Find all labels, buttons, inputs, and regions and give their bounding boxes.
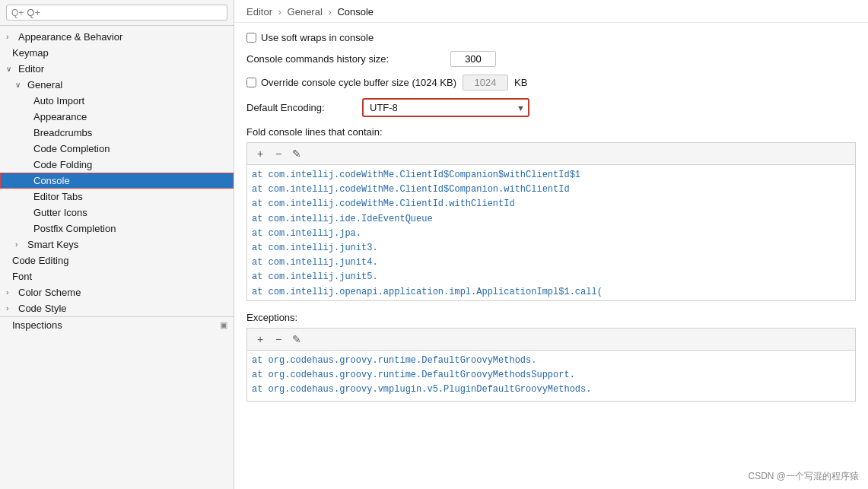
fold-section-title: Fold console lines that contain: xyxy=(246,126,856,138)
sidebar-item-label: Code Editing xyxy=(12,255,68,266)
exception-item-2: at org.codehaus.groovy.vmplugin.v5.Plugi… xyxy=(252,383,851,397)
chevron-right-icon: › xyxy=(6,304,15,313)
sidebar-item-label: Postfix Completion xyxy=(33,223,116,234)
sidebar-item-label: Appearance & Behavior xyxy=(18,31,122,43)
fold-toolbar: + − ✎ xyxy=(246,142,856,164)
exceptions-add-button[interactable]: + xyxy=(252,332,269,347)
sidebar-item-appearance[interactable]: Appearance xyxy=(0,109,234,125)
sidebar-item-code-completion[interactable]: Code Completion xyxy=(0,141,234,157)
soft-wraps-checkbox[interactable] xyxy=(246,33,256,43)
fold-item-7: at com.intellij.junit5. xyxy=(252,270,851,284)
fold-item-2: at com.intellij.codeWithMe.ClientId.with… xyxy=(252,197,851,211)
search-input[interactable] xyxy=(27,7,222,18)
history-size-label: Console commands history size: xyxy=(246,53,444,65)
sidebar-item-label: Color Scheme xyxy=(18,287,81,298)
nav-tree: › Appearance & Behavior Keymap ∨ Editor … xyxy=(0,26,234,489)
sidebar-item-label: Code Style xyxy=(18,303,67,314)
chevron-right-icon: › xyxy=(15,240,24,249)
buffer-unit: KB xyxy=(514,77,527,88)
fold-remove-button[interactable]: − xyxy=(270,146,287,161)
fold-item-3: at com.intellij.ide.IdeEventQueue xyxy=(252,212,851,227)
encoding-select[interactable]: UTF-8 UTF-16 ISO-8859-1 US-ASCII windows… xyxy=(362,98,529,117)
fold-item-5: at com.intellij.junit3. xyxy=(252,241,851,256)
sidebar-item-inspections[interactable]: Inspections ▣ xyxy=(0,316,234,333)
sidebar-item-auto-import[interactable]: Auto Import xyxy=(0,93,234,109)
fold-edit-button[interactable]: ✎ xyxy=(288,146,305,161)
sidebar-item-font[interactable]: Font xyxy=(0,268,234,284)
sidebar-item-label: Editor Tabs xyxy=(33,191,83,202)
sidebar-item-label: Smart Keys xyxy=(27,239,78,250)
soft-wraps-label[interactable]: Use soft wraps in console xyxy=(246,32,374,43)
breadcrumb-sep-1: › xyxy=(278,6,281,17)
sidebar-item-general[interactable]: ∨ General xyxy=(0,77,234,93)
small-square-icon: ▣ xyxy=(220,320,227,330)
breadcrumb-sep-2: › xyxy=(328,6,331,17)
exception-item-0: at org.codehaus.groovy.runtime.DefaultGr… xyxy=(252,354,851,368)
encoding-row: Default Encoding: UTF-8 UTF-16 ISO-8859-… xyxy=(246,98,856,117)
encoding-select-wrapper: UTF-8 UTF-16 ISO-8859-1 US-ASCII windows… xyxy=(362,98,529,117)
sidebar-item-code-folding[interactable]: Code Folding xyxy=(0,157,234,173)
sidebar-item-appearance-behavior[interactable]: › Appearance & Behavior xyxy=(0,29,234,45)
exception-item-1: at org.codehaus.groovy.runtime.DefaultGr… xyxy=(252,368,851,383)
chevron-down-icon: ∨ xyxy=(6,65,15,73)
fold-item-4: at com.intellij.jpa. xyxy=(252,227,851,241)
watermark: CSDN @一个写混的程序猿 xyxy=(748,470,859,483)
sidebar-item-editor[interactable]: ∨ Editor xyxy=(0,61,234,77)
breadcrumb-general: General xyxy=(288,6,323,17)
breadcrumb-console: Console xyxy=(337,6,374,17)
soft-wraps-row: Use soft wraps in console xyxy=(246,32,856,43)
search-icon: Q+ xyxy=(11,8,24,18)
encoding-label: Default Encoding: xyxy=(246,102,353,113)
sidebar-item-color-scheme[interactable]: › Color Scheme xyxy=(0,284,234,300)
sidebar-item-console[interactable]: Console xyxy=(0,173,234,189)
exceptions-edit-button[interactable]: ✎ xyxy=(288,332,305,347)
fold-item-0: at com.intellij.codeWithMe.ClientId$Comp… xyxy=(252,168,851,183)
buffer-value: 1024 xyxy=(463,75,508,90)
chevron-down-icon: ∨ xyxy=(15,81,24,89)
chevron-right-icon: › xyxy=(6,288,15,297)
buffer-checkbox[interactable] xyxy=(246,78,256,87)
sidebar-item-label: General xyxy=(27,79,62,90)
sidebar-item-gutter-icons[interactable]: Gutter Icons xyxy=(0,205,234,221)
search-bar: Q+ xyxy=(0,0,234,26)
history-size-row: Console commands history size: xyxy=(246,51,856,67)
fold-item-8: at com.intellij.openapi.application.impl… xyxy=(252,285,851,300)
sidebar-item-postfix-completion[interactable]: Postfix Completion xyxy=(0,221,234,237)
sidebar-item-label: Breadcrumbs xyxy=(33,127,92,138)
sidebar-item-label: Gutter Icons xyxy=(33,207,87,218)
chevron-right-icon: › xyxy=(6,33,15,41)
sidebar-item-keymap[interactable]: Keymap xyxy=(0,45,234,61)
buffer-label[interactable]: Override console cycle buffer size (1024… xyxy=(246,77,456,88)
sidebar-item-smart-keys[interactable]: › Smart Keys xyxy=(0,237,234,252)
sidebar-item-code-editing[interactable]: Code Editing xyxy=(0,252,234,268)
exceptions-title: Exceptions: xyxy=(246,312,856,323)
content-area: Use soft wraps in console Console comman… xyxy=(234,23,868,489)
sidebar-item-label: Keymap xyxy=(12,47,49,59)
settings-sidebar: Q+ › Appearance & Behavior Keymap ∨ Edit… xyxy=(0,0,234,489)
main-content: Editor › General › Console Use soft wrap… xyxy=(234,0,868,489)
sidebar-item-label: Code Completion xyxy=(33,143,110,154)
sidebar-item-label: Font xyxy=(12,271,32,282)
fold-add-button[interactable]: + xyxy=(252,146,269,161)
history-size-input[interactable] xyxy=(450,51,496,67)
sidebar-item-breadcrumbs[interactable]: Breadcrumbs xyxy=(0,125,234,141)
sidebar-item-label: Editor xyxy=(18,63,44,75)
sidebar-item-label: Appearance xyxy=(33,111,87,122)
exceptions-section: Exceptions: + − ✎ at org.codehaus.groovy… xyxy=(246,312,856,402)
fold-item-6: at com.intellij.junit4. xyxy=(252,256,851,270)
fold-items-list[interactable]: at com.intellij.codeWithMe.ClientId$Comp… xyxy=(246,164,856,301)
sidebar-item-editor-tabs[interactable]: Editor Tabs xyxy=(0,189,234,205)
sidebar-item-code-style[interactable]: › Code Style xyxy=(0,300,234,316)
sidebar-item-label: Code Folding xyxy=(33,159,92,170)
exceptions-toolbar: + − ✎ xyxy=(246,328,856,350)
buffer-row: Override console cycle buffer size (1024… xyxy=(246,75,856,90)
search-wrapper: Q+ xyxy=(6,5,227,21)
breadcrumb: Editor › General › Console xyxy=(234,0,868,23)
sidebar-item-label: Auto Import xyxy=(33,95,84,106)
exceptions-list[interactable]: at org.codehaus.groovy.runtime.DefaultGr… xyxy=(246,350,856,402)
exceptions-remove-button[interactable]: − xyxy=(270,332,287,347)
sidebar-item-label: Inspections xyxy=(12,319,62,331)
fold-item-1: at com.intellij.codeWithMe.ClientId$Comp… xyxy=(252,183,851,197)
breadcrumb-editor: Editor xyxy=(246,6,272,17)
sidebar-item-label: Console xyxy=(33,175,70,186)
